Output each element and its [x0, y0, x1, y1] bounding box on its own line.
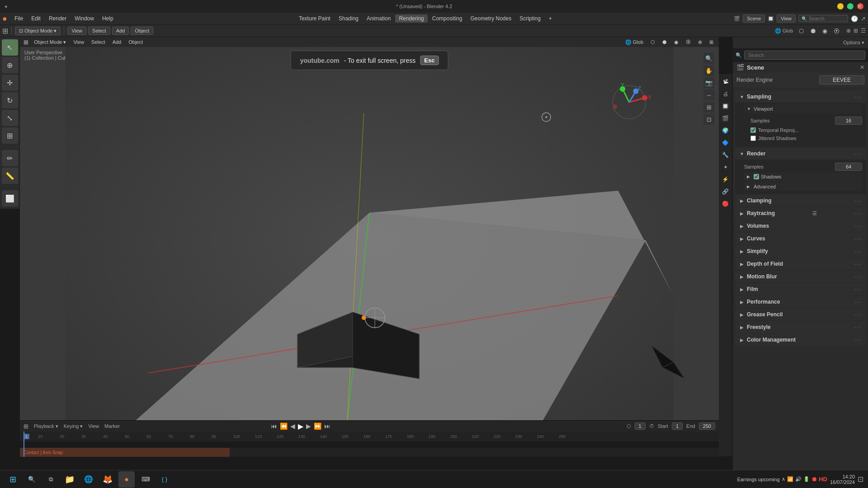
vp-hand-icon[interactable]: ✋	[703, 65, 714, 76]
object-menu[interactable]: Object	[131, 27, 153, 35]
timeline-playback-menu[interactable]: Playback ▾	[34, 423, 58, 429]
film-section-menu[interactable]: ···	[854, 286, 862, 293]
jittered-shadows-checkbox[interactable]	[750, 136, 756, 141]
vp-shading-render[interactable]: ⦿	[684, 39, 693, 45]
scene-selector[interactable]: Scene	[743, 14, 765, 23]
taskview-button[interactable]: ⧉	[42, 471, 59, 488]
modifier-properties-icon[interactable]: 🔧	[720, 150, 731, 160]
scale-tool-button[interactable]: ⤡	[2, 110, 18, 126]
chrome-button[interactable]: 🌐	[80, 471, 97, 488]
prev-frame-button[interactable]: ◀	[290, 422, 295, 430]
film-section-header[interactable]: ▶ Film ···	[735, 283, 866, 295]
viewport-shading-wireframe[interactable]: ⬡	[796, 25, 807, 36]
battery-icon[interactable]: 🔋	[803, 476, 810, 482]
timeline-editor-icon[interactable]: ⊞	[24, 423, 28, 430]
menu-add-workspace[interactable]: +	[545, 14, 556, 23]
vp-shading-mat[interactable]: ◉	[672, 39, 680, 46]
vp-grid-icon[interactable]: ⊞	[703, 102, 714, 113]
temporal-reproj-checkbox[interactable]	[750, 127, 756, 133]
menu-texture-paint[interactable]: Texture Paint	[295, 14, 334, 23]
rotate-tool-button[interactable]: ↻	[2, 92, 18, 108]
menu-rendering[interactable]: Rendering	[395, 14, 427, 23]
vp-add-menu[interactable]: Add	[111, 39, 123, 45]
dof-section-header[interactable]: ▶ Depth of Field ···	[735, 258, 866, 270]
vp-select-menu[interactable]: Select	[90, 39, 107, 45]
annotate-tool-button[interactable]: ✏	[2, 150, 18, 166]
object-properties-icon[interactable]: 🔷	[720, 137, 731, 148]
viewport-shading-solid[interactable]: ⬢	[807, 25, 818, 36]
menu-animation[interactable]: Animation	[363, 14, 394, 23]
render-engine-value[interactable]: EEVEE	[819, 75, 864, 84]
jump-start-button[interactable]: ⏮	[271, 422, 277, 430]
vp-gizmo-btn[interactable]: ⊕	[696, 39, 704, 46]
sampling-section-header[interactable]: ▼ Sampling ···	[735, 91, 866, 103]
menu-geometry-nodes[interactable]: Geometry Nodes	[467, 14, 515, 23]
material-properties-icon[interactable]: 🔴	[720, 198, 731, 209]
network-icon[interactable]: 📶	[787, 476, 793, 482]
prev-keyframe-button[interactable]: ⏪	[280, 422, 288, 430]
vp-editor-icon[interactable]: ⊞	[24, 39, 28, 46]
advanced-subsection-header[interactable]: ▶ Advanced	[744, 182, 862, 191]
xray-toggle[interactable]: ☲	[861, 28, 866, 34]
menu-help[interactable]: Help	[99, 14, 117, 23]
show-desktop-button[interactable]: ⊡	[858, 475, 863, 483]
move-tool-button[interactable]: ✛	[2, 75, 18, 91]
color-management-section-menu[interactable]: ···	[854, 336, 862, 343]
add-menu[interactable]: Add	[112, 27, 129, 35]
vp-view-menu[interactable]: View	[71, 39, 86, 45]
vp-object-menu[interactable]: Object	[127, 39, 145, 45]
next-keyframe-button[interactable]: ⏩	[314, 422, 321, 430]
blender-taskbar-button[interactable]: ●	[118, 471, 135, 488]
view-layer-properties-icon[interactable]: 🔲	[720, 101, 731, 112]
menu-edit[interactable]: Edit	[28, 14, 44, 23]
scene-properties-icon[interactable]: 🎬	[720, 113, 731, 124]
grease-pencil-section-menu[interactable]: ···	[854, 311, 862, 318]
viewport-3d[interactable]: youtube.com - To exit full screen, press…	[20, 37, 719, 434]
viewport-shading-rendered[interactable]: ⦿	[831, 25, 842, 36]
timeline-keying-menu[interactable]: Keying ▾	[64, 423, 83, 429]
performance-section-menu[interactable]: ···	[854, 298, 862, 305]
raytracing-section-menu[interactable]: ···	[854, 210, 862, 217]
viewport-samples-value[interactable]: 16	[835, 117, 862, 125]
firefox-button[interactable]: 🦊	[99, 471, 116, 488]
vp-global-toggle[interactable]: 🌐 Glob	[623, 39, 645, 46]
volumes-section-header[interactable]: ▶ Volumes ···	[735, 220, 866, 232]
constraint-properties-icon[interactable]: 🔗	[720, 186, 731, 197]
global-local-toggle[interactable]: 🌐 Glob	[775, 28, 793, 34]
viewport-subsection-header[interactable]: ▼ Viewport	[744, 104, 862, 113]
timeline-marker-menu[interactable]: Marker	[104, 423, 120, 429]
menu-scripting[interactable]: Scripting	[516, 14, 544, 23]
search-taskbar-button[interactable]: 🔍	[24, 471, 40, 488]
play-button[interactable]: ▶	[298, 422, 303, 431]
vp-overlay-btn[interactable]: ⊞	[708, 39, 715, 46]
vp-mode-dropdown[interactable]: Object Mode ▾	[32, 39, 68, 46]
raytracing-section-header[interactable]: ▶ Raytracing ☰ ···	[735, 207, 866, 219]
header-search-input[interactable]	[809, 16, 845, 21]
cursor-tool-button[interactable]: ⊕	[2, 57, 18, 73]
viewport-shading-material[interactable]: ◉	[819, 25, 830, 36]
add-cube-button[interactable]: ⬜	[2, 190, 18, 206]
motion-blur-section-header[interactable]: ▶ Motion Blur ···	[735, 271, 866, 282]
render-properties-icon[interactable]: 📽	[720, 76, 731, 87]
menu-file[interactable]: File	[11, 14, 27, 23]
taskbar-clock[interactable]: 14:20 16/07/2024	[830, 474, 855, 485]
vscode-button[interactable]: { }	[156, 471, 173, 488]
freestyle-section-header[interactable]: ▶ Freestyle ···	[735, 321, 866, 333]
timeline-view-menu[interactable]: View	[88, 423, 99, 429]
shadows-subsection-header[interactable]: ▶ Shadows	[744, 172, 862, 181]
shadows-checkbox[interactable]	[754, 174, 759, 179]
render-samples-value[interactable]: 64	[835, 163, 862, 171]
vp-pivot-icon[interactable]: ⊡	[703, 114, 714, 125]
view-menu[interactable]: View	[67, 27, 86, 35]
view-layer-selector[interactable]: View	[777, 14, 796, 23]
minimize-button[interactable]: ─	[837, 3, 844, 9]
jump-end-button[interactable]: ⏭	[324, 422, 330, 430]
start-frame-input[interactable]: 1	[672, 422, 683, 430]
dof-section-menu[interactable]: ···	[854, 260, 862, 267]
curves-section-menu[interactable]: ···	[854, 235, 862, 242]
close-button[interactable]: ✕	[857, 3, 863, 9]
object-mode-dropdown[interactable]: ⊡ Object Mode ▾	[15, 27, 61, 35]
next-frame-button[interactable]: ▶	[306, 422, 311, 430]
render-section-header[interactable]: ▼ Render ···	[735, 148, 866, 160]
simplify-section-header[interactable]: ▶ Simplify ···	[735, 245, 866, 257]
